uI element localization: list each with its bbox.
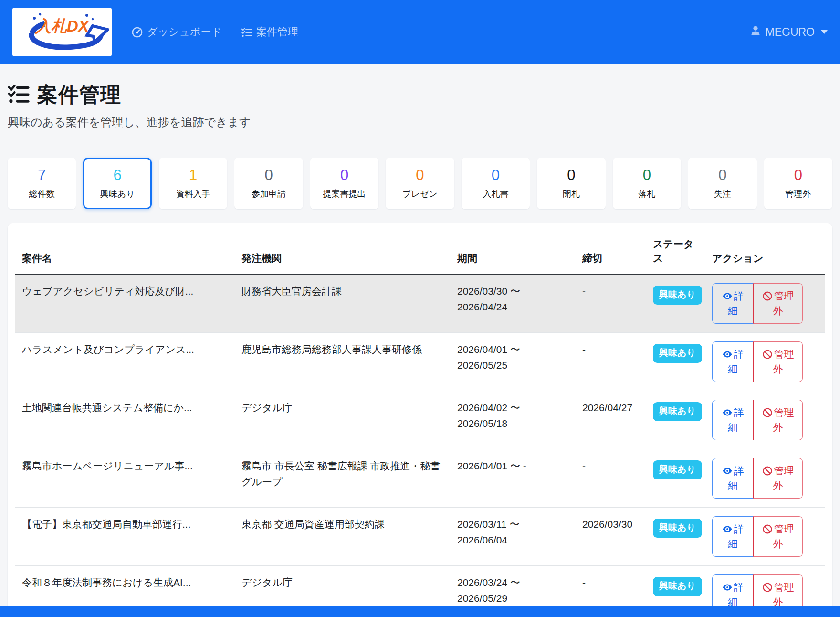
project-period: 2026/03/11 〜 2026/06/04 [451,507,576,565]
ban-icon [762,349,773,360]
project-period: 2026/04/01 〜 - [451,449,576,507]
stat-value: 0 [616,166,678,185]
stat-label: 総件数 [11,188,73,200]
detail-button[interactable]: 詳細 [712,458,754,499]
project-agency: デジタル庁 [235,391,451,449]
stat-card-lost[interactable]: 0 失注 [688,158,756,209]
project-agency: 財務省大臣官房会計課 [235,274,451,333]
column-header-status: ステータス [646,231,705,274]
gauge-icon [132,27,143,38]
project-agency: 霧島市 市長公室 秘書広報課 市政推進・秘書グループ [235,449,451,507]
table-row[interactable]: 土地関連台帳共通システム整備にか... デジタル庁 2026/04/02 〜 2… [15,391,825,449]
page-header: 案件管理 [8,81,832,109]
eye-icon [722,291,733,301]
stat-value: 1 [162,166,224,185]
row-actions: 詳細 管理外 [712,400,818,440]
stat-card-unmanaged[interactable]: 0 管理外 [764,158,832,209]
row-actions: 詳細 管理外 [712,341,818,382]
detail-button[interactable]: 詳細 [712,400,754,440]
stat-value: 6 [86,166,148,185]
project-period: 2026/04/02 〜 2026/05/18 [451,391,576,449]
stat-card-won[interactable]: 0 落札 [613,158,681,209]
exclude-button[interactable]: 管理外 [753,516,803,557]
project-deadline: - [576,274,646,333]
detail-button[interactable]: 詳細 [712,516,754,557]
svg-text:入札DX: 入札DX [34,17,90,35]
status-badge: 興味あり [653,519,702,538]
stat-label: 開札 [540,188,602,200]
nav-item-label: 案件管理 [256,25,298,39]
exclude-button[interactable]: 管理外 [753,400,803,440]
row-actions: 詳細 管理外 [712,458,818,499]
table-row[interactable]: 霧島市ホームページリニューアル事... 霧島市 市長公室 秘書広報課 市政推進・… [15,449,825,507]
stat-card-interested[interactable]: 6 興味あり [83,158,151,209]
page-title: 案件管理 [37,81,121,109]
page-subtitle: 興味のある案件を管理し、進捗を追跡できます [8,115,832,130]
eye-icon [722,466,733,476]
table-row[interactable]: 【電子】東京都交通局自動車部運行... 東京都 交通局資産運用部契約課 2026… [15,507,825,565]
ban-icon [762,524,773,534]
stat-value: 0 [692,166,753,185]
stat-value: 0 [389,166,451,185]
user-menu[interactable]: MEGURO [750,25,828,39]
stat-label: 失注 [692,188,753,200]
project-deadline: 2026/04/27 [576,391,646,449]
stat-label: プレゼン [389,188,451,200]
stat-label: 興味あり [86,188,148,200]
stat-card-presentation[interactable]: 0 プレゼン [386,158,454,209]
exclude-button[interactable]: 管理外 [753,283,803,324]
stat-value: 0 [314,166,375,185]
stat-card-application[interactable]: 0 参加申請 [234,158,303,209]
nav-item-dashboard[interactable]: ダッシュボード [132,25,222,39]
status-badge: 興味あり [653,286,702,305]
project-deadline: - [576,449,646,507]
stat-label: 落札 [616,188,678,200]
stat-label: 資料入手 [162,188,224,200]
table-row[interactable]: ハラスメント及びコンプライアンス... 鹿児島市総務局総務部人事課人事研修係 2… [15,332,825,391]
stat-card-docs-obtained[interactable]: 1 資料入手 [159,158,227,209]
ban-icon [762,582,773,593]
column-header-deadline: 締切 [576,231,646,274]
status-badge: 興味あり [653,344,702,363]
chevron-down-icon [821,30,828,34]
row-actions: 詳細 管理外 [712,283,818,324]
status-badge: 興味あり [653,577,702,596]
project-name: ハラスメント及びコンプライアンス... [15,332,235,391]
exclude-button[interactable]: 管理外 [753,458,803,499]
project-period: 2026/04/01 〜 2026/05/25 [451,332,576,391]
table-header-row: 案件名 発注機関 期間 締切 ステータス アクション [15,231,825,274]
detail-button[interactable]: 詳細 [712,341,754,382]
ban-icon [762,466,773,476]
column-header-name: 案件名 [15,231,235,274]
stat-card-total[interactable]: 7 総件数 [8,158,76,209]
stat-card-proposal[interactable]: 0 提案書提出 [310,158,378,209]
main-nav: ダッシュボード 案件管理 [132,25,298,39]
nav-item-label: ダッシュボード [147,25,222,39]
project-name: 土地関連台帳共通システム整備にか... [15,391,235,449]
app-logo[interactable]: 入札DX [12,8,112,56]
project-agency: 鹿児島市総務局総務部人事課人事研修係 [235,332,451,391]
project-name: 【電子】東京都交通局自動車部運行... [15,507,235,565]
exclude-button[interactable]: 管理外 [753,341,803,382]
status-stat-cards: 7 総件数 6 興味あり 1 資料入手 0 参加申請 0 提案書提出 0 プレゼ… [8,158,832,209]
column-header-actions: アクション [705,231,825,274]
status-badge: 興味あり [653,402,702,421]
project-period: 2026/03/30 〜 2026/04/24 [451,274,576,333]
nav-item-case-management[interactable]: 案件管理 [241,25,298,39]
eye-icon [722,407,733,418]
table-row[interactable]: ウェブアクセシビリティ対応及び財... 財務省大臣官房会計課 2026/03/3… [15,274,825,333]
list-check-icon [241,27,252,38]
eye-icon [722,582,733,593]
detail-button[interactable]: 詳細 [712,283,754,324]
main-content: 案件管理 興味のある案件を管理し、進捗を追跡できます 7 総件数 6 興味あり … [0,81,840,617]
stat-value: 0 [540,166,602,185]
bid-dx-logo-graphic: 入札DX [15,10,109,54]
stat-label: 管理外 [767,188,829,200]
stat-card-bid[interactable]: 0 入札書 [462,158,530,209]
projects-table-card: 案件名 発注機関 期間 締切 ステータス アクション ウェブアクセシビリティ対応… [8,223,832,617]
row-actions: 詳細 管理外 [712,516,818,557]
stat-card-opening[interactable]: 0 開札 [537,158,605,209]
ban-icon [762,407,773,418]
top-navbar: 入札DX ダッシュボード [0,0,840,64]
list-check-icon [8,83,30,107]
